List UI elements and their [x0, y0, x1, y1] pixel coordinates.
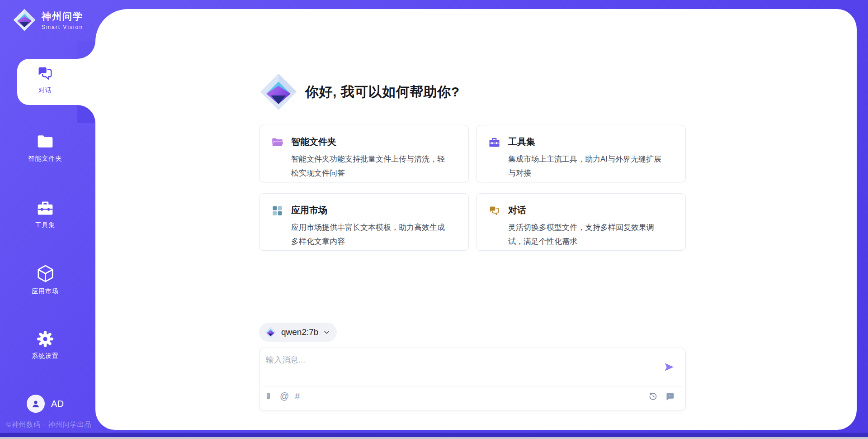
copyright-footer: ©神州数码 · 神州问学出品	[6, 420, 91, 429]
greeting-block: 你好, 我可以如何帮助你?	[259, 72, 460, 111]
card-body: 智能文件夹 智能文件夹功能支持批量文件上传与清洗，轻松实现文件问答	[291, 136, 450, 172]
composer-toolbar: @ #	[265, 391, 300, 401]
brand-subtitle: Smart Vision	[42, 24, 83, 30]
model-selector[interactable]: qwen2:7b	[259, 323, 337, 342]
brand-name: 神州问学	[42, 10, 83, 23]
brand-gem-icon	[13, 8, 36, 32]
toolbox-icon	[488, 136, 500, 148]
sidebar-item-label: 智能文件夹	[28, 155, 62, 163]
message-input[interactable]	[266, 354, 641, 381]
card-chat[interactable]: 对话 灵活切换多模型文件，支持多样回复效果调试，满足个性化需求	[476, 193, 686, 251]
sidebar-item-settings[interactable]: 系统设置	[17, 330, 73, 360]
paperclip-icon[interactable]	[265, 392, 274, 401]
composer-divider	[263, 386, 682, 387]
chat-icon	[36, 64, 54, 82]
card-body: 工具集 集成市场上主流工具，助力AI与外界无缝扩展与对接	[508, 136, 667, 172]
card-body: 对话 灵活切换多模型文件，支持多样回复效果调试，满足个性化需求	[508, 204, 667, 240]
folder-icon	[271, 136, 283, 148]
card-desc: 智能文件夹功能支持批量文件上传与清洗，轻松实现文件问答	[291, 152, 450, 180]
folder-icon	[36, 133, 54, 151]
content-column: 你好, 我可以如何帮助你? 智能文件夹 智能文件夹功能支持批量文件上传与清洗，轻…	[259, 9, 686, 430]
active-tab-curve-bottom	[77, 105, 95, 123]
card-desc: 集成市场上主流工具，助力AI与外界无缝扩展与对接	[508, 152, 667, 180]
main-panel: 你好, 我可以如何帮助你? 智能文件夹 智能文件夹功能支持批量文件上传与清洗，轻…	[95, 9, 857, 430]
gear-icon	[36, 330, 54, 348]
avatar	[27, 395, 45, 413]
model-name: qwen2:7b	[281, 327, 318, 337]
sidebar-item-label: 系统设置	[32, 352, 59, 360]
send-icon[interactable]	[664, 362, 675, 372]
active-tab-curve-top	[77, 41, 95, 59]
user-profile[interactable]: AD	[17, 395, 73, 413]
user-name: AD	[51, 399, 64, 409]
message-composer: @ #	[259, 348, 686, 411]
chat-bubble-icon[interactable]	[665, 391, 675, 401]
chat-icon	[488, 205, 500, 217]
mention-icon[interactable]: @	[280, 391, 289, 401]
card-title: 工具集	[508, 136, 667, 148]
card-body: 应用市场 应用市场提供丰富长文本模板，助力高效生成多样化文章内容	[291, 204, 450, 240]
feature-cards: 智能文件夹 智能文件夹功能支持批量文件上传与清洗，轻松实现文件问答 工具集 集成…	[259, 125, 686, 251]
cube-icon	[36, 264, 55, 283]
brand-text: 神州问学 Smart Vision	[42, 10, 83, 30]
brand-gem-icon	[264, 326, 277, 339]
composer-right-toolbar	[648, 391, 675, 401]
sidebar-item-label: 工具集	[35, 221, 56, 229]
hashtag-icon[interactable]: #	[295, 391, 300, 401]
sidebar-item-label: 对话	[38, 86, 52, 95]
chevron-down-icon	[323, 329, 330, 336]
card-app-market[interactable]: 应用市场 应用市场提供丰富长文本模板，助力高效生成多样化文章内容	[259, 193, 469, 251]
card-toolset[interactable]: 工具集 集成市场上主流工具，助力AI与外界无缝扩展与对接	[476, 125, 686, 182]
sidebar-item-toolset[interactable]: 工具集	[17, 199, 73, 229]
sidebar: 神州问学 Smart Vision 对话 智能文件夹 工具集	[0, 0, 95, 439]
card-desc: 应用市场提供丰富长文本模板，助力高效生成多样化文章内容	[291, 220, 450, 248]
brand-logo: 神州问学 Smart Vision	[13, 8, 83, 32]
grid-icon	[271, 205, 283, 217]
card-smart-folder[interactable]: 智能文件夹 智能文件夹功能支持批量文件上传与清洗，轻松实现文件问答	[259, 125, 469, 182]
brand-gem-icon	[259, 72, 298, 111]
card-desc: 灵活切换多模型文件，支持多样回复效果调试，满足个性化需求	[508, 220, 667, 248]
history-icon[interactable]	[648, 391, 658, 401]
sidebar-item-label: 应用市场	[32, 287, 59, 296]
person-icon	[30, 398, 41, 409]
card-title: 智能文件夹	[291, 136, 450, 148]
sidebar-item-chat[interactable]: 对话	[17, 64, 73, 95]
toolbox-icon	[36, 199, 54, 217]
sidebar-item-app-market[interactable]: 应用市场	[17, 264, 73, 296]
card-title: 应用市场	[291, 204, 450, 216]
card-title: 对话	[508, 204, 667, 216]
horizontal-scrollbar[interactable]	[0, 437, 868, 439]
bottom-band	[0, 433, 868, 437]
sidebar-item-smart-folder[interactable]: 智能文件夹	[17, 133, 73, 163]
greeting-text: 你好, 我可以如何帮助你?	[305, 83, 460, 101]
